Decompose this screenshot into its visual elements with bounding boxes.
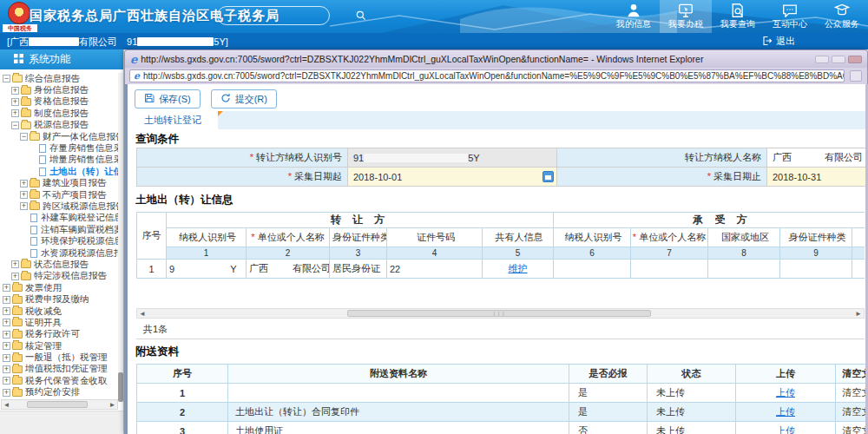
expand-icon[interactable]: + xyxy=(11,109,19,117)
row-name[interactable]: 广西有限公司 xyxy=(247,260,330,279)
sidebar-item[interactable]: +特定涉税信息报告 xyxy=(0,271,118,282)
sidebar-item[interactable]: +预约定价安排 xyxy=(0,387,118,398)
row-taxpayer-id[interactable]: 9Y xyxy=(167,260,247,279)
sidebar-item[interactable]: +资格信息报告 xyxy=(0,96,118,108)
expand-icon[interactable]: + xyxy=(3,284,10,292)
row-cert-type[interactable]: 居民身份证 xyxy=(330,260,387,279)
expand-icon[interactable]: + xyxy=(20,191,28,199)
collapse-icon[interactable]: − xyxy=(20,133,28,141)
row-empty-cell[interactable] xyxy=(631,260,708,279)
nav-my-info[interactable]: 我的信息 xyxy=(608,0,660,33)
minimize-button[interactable] xyxy=(815,56,829,63)
expand-icon[interactable]: + xyxy=(11,273,19,280)
sidebar-item[interactable]: 存量房销售信息采集(2016) xyxy=(0,142,118,154)
expand-icon[interactable]: + xyxy=(3,365,10,373)
sidebar-item[interactable]: 注销车辆购置税档案信息 xyxy=(0,224,118,235)
scroll-right-arrow[interactable]: ► xyxy=(853,310,864,318)
redaction-block xyxy=(400,265,466,273)
scrollbar-thumb[interactable]: | | | xyxy=(347,310,651,317)
sidebar-item[interactable]: −财产一体化信息报告 xyxy=(0,131,118,142)
row-empty-cell[interactable] xyxy=(708,260,780,279)
row-cert-no[interactable]: 22 xyxy=(387,260,483,279)
expand-icon[interactable]: + xyxy=(3,296,10,304)
search-input[interactable] xyxy=(218,10,355,21)
scrollbar-thumb[interactable] xyxy=(27,401,88,408)
sidebar-horizontal-scrollbar[interactable]: ◄ ► xyxy=(1,399,118,410)
scroll-left-arrow[interactable]: ◄ xyxy=(137,310,148,318)
scroll-right-arrow[interactable]: ► xyxy=(108,401,117,409)
clear-file-button[interactable]: 清空文件 xyxy=(836,403,866,422)
sidebar-item[interactable]: +不动产项目报告 xyxy=(0,189,118,201)
upload-link[interactable]: 上传 xyxy=(776,406,795,417)
expand-icon[interactable]: + xyxy=(20,202,28,210)
refresh-button[interactable] xyxy=(850,70,862,82)
search-box[interactable] xyxy=(217,6,330,25)
url-field[interactable]: e http://wsbs.gxds.gov.cn:7005/sword?ctr… xyxy=(129,69,845,82)
sidebar-item[interactable]: 水资源税税源信息报告 xyxy=(0,247,118,259)
sidebar-item[interactable]: +一般退（抵）税管理 xyxy=(0,352,118,363)
tab-land-transfer[interactable]: 土地转让登记 xyxy=(128,111,218,129)
sidebar-item[interactable]: +证明开具 xyxy=(0,317,118,328)
row-empty-cell[interactable] xyxy=(554,260,631,279)
nav-query[interactable]: 我要查询 xyxy=(712,0,764,33)
expand-icon[interactable]: + xyxy=(3,389,10,397)
sidebar-item[interactable]: +建筑业项目报告 xyxy=(0,178,118,189)
nav-interaction[interactable]: 互动中心 xyxy=(764,0,816,33)
sidebar-item[interactable]: +跨区域税源信息报告 xyxy=(0,201,118,212)
scrollbar-thumb[interactable] xyxy=(118,372,123,402)
expand-icon[interactable]: + xyxy=(11,260,19,268)
maintain-link[interactable]: 维护 xyxy=(509,263,528,273)
expand-icon[interactable]: + xyxy=(3,377,10,385)
search-icon[interactable] xyxy=(355,10,367,22)
sidebar-vertical-scrollbar[interactable] xyxy=(118,73,123,399)
expand-icon[interactable]: + xyxy=(3,331,10,339)
expand-icon[interactable]: + xyxy=(3,354,10,362)
sidebar-item[interactable]: 增量房销售信息采集(2016) xyxy=(0,155,118,166)
expand-icon[interactable]: + xyxy=(11,98,19,106)
expand-icon[interactable]: + xyxy=(3,319,10,326)
folder-icon xyxy=(12,365,23,373)
date-from-field[interactable]: 2018-10-01 xyxy=(348,168,557,187)
taxpayer-id-field[interactable]: 915Y xyxy=(348,148,557,168)
expand-icon[interactable]: + xyxy=(3,342,10,350)
submit-button[interactable]: 提交(R) xyxy=(211,89,277,108)
clear-file-button[interactable]: 清空文件 xyxy=(836,384,866,403)
expand-icon[interactable]: + xyxy=(3,307,10,315)
sidebar-item[interactable]: +税收减免 xyxy=(0,306,118,317)
logout-button[interactable]: 退出 xyxy=(762,35,795,48)
collapse-icon[interactable]: − xyxy=(3,75,10,82)
sidebar-item[interactable]: +税务代保管资金收取 xyxy=(0,375,118,386)
sidebar-item[interactable]: +制度信息报告 xyxy=(0,108,118,119)
clear-file-button[interactable]: 清空文件 xyxy=(836,422,866,434)
nav-do-tax[interactable]: 我要办税 xyxy=(660,0,712,33)
close-button[interactable] xyxy=(848,56,862,63)
maximize-button[interactable] xyxy=(832,56,845,63)
save-button[interactable]: 保存(S) xyxy=(135,89,201,108)
sidebar-item[interactable]: +身份信息报告 xyxy=(0,84,118,95)
expand-icon[interactable]: + xyxy=(20,180,28,187)
sidebar-item[interactable]: +核定管理 xyxy=(0,340,118,352)
sidebar-item[interactable]: 土地出（转）让信息采集 xyxy=(0,166,118,177)
expand-icon[interactable]: + xyxy=(11,87,19,95)
sidebar-item[interactable]: +税务行政许可 xyxy=(0,329,118,340)
sidebar-item[interactable]: −税源信息报告 xyxy=(0,120,118,131)
sidebar-item[interactable]: −综合信息报告 xyxy=(0,73,118,84)
upload-link[interactable]: 上传 xyxy=(776,425,795,434)
calendar-icon[interactable] xyxy=(542,171,554,182)
sidebar-item[interactable]: +增值税抵扣凭证管理 xyxy=(0,364,118,375)
sidebar-item[interactable]: 补建车购税登记信息 xyxy=(0,213,118,224)
sidebar-item[interactable]: +发票使用 xyxy=(0,282,118,293)
table-horizontal-scrollbar[interactable]: ◄ | | | ► xyxy=(136,308,865,319)
collapse-icon[interactable]: − xyxy=(11,122,19,129)
window-titlebar[interactable]: e http://wsbs.gxds.gov.cn:7005/sword?ctr… xyxy=(124,49,868,68)
taxpayer-name-field[interactable]: 广西有限公司 xyxy=(767,148,866,168)
query-row: *转让方纳税人识别号 915Y 转让方纳税人名称 广西有限公司 xyxy=(137,148,866,168)
sidebar-item[interactable]: +税费申报及缴纳 xyxy=(0,293,118,305)
date-to-field[interactable]: 2018-10-31 xyxy=(767,168,866,187)
upload-link[interactable]: 上传 xyxy=(776,387,795,398)
nav-public-service[interactable]: 公众服务 xyxy=(816,0,868,33)
row-empty-cell[interactable] xyxy=(780,260,852,279)
sidebar-item[interactable]: +状态信息报告 xyxy=(0,259,118,270)
scroll-left-arrow[interactable]: ◄ xyxy=(2,401,11,409)
sidebar-item[interactable]: 环境保护税税源信息采集 xyxy=(0,235,118,247)
